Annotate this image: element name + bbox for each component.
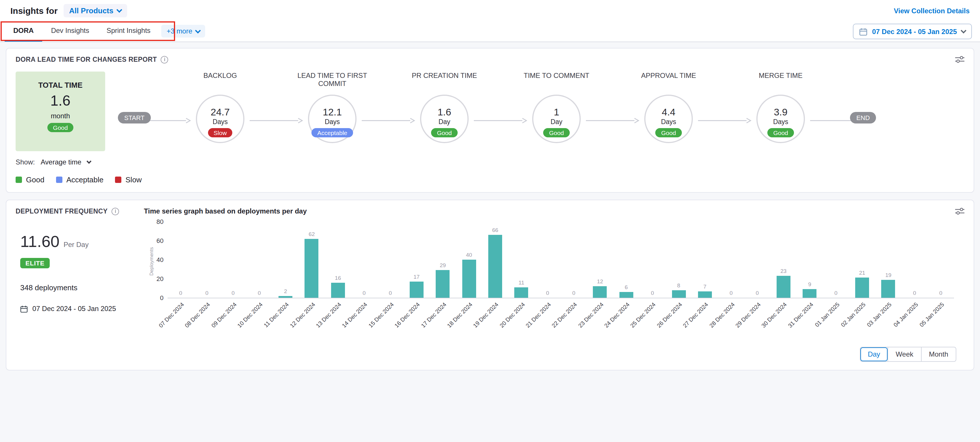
stage-unit: Days (773, 118, 788, 125)
stage-circle: 1DayGood (532, 95, 581, 143)
bar-column: 021 Dec 2024 (535, 222, 561, 298)
legend-swatch (56, 177, 62, 183)
x-axis-label: 29 Dec 2024 (734, 301, 762, 329)
x-axis-label: 24 Dec 2024 (603, 301, 631, 329)
bar-column: 6212 Dec 2024 (299, 222, 325, 298)
granularity-group: DayWeekMonth (860, 347, 956, 362)
stage-circle: 3.9DaysGood (756, 95, 805, 143)
bar-value-label: 0 (913, 290, 916, 296)
stage-unit: Day (439, 118, 450, 125)
calendar-icon (859, 27, 867, 35)
lead-time-card-header: DORA LEAD TIME FOR CHANGES REPORT i (16, 55, 964, 63)
deployment-card-header: DEPLOYMENT FREQUENCY i Time series graph… (16, 207, 964, 215)
stage-value: 1 (554, 107, 559, 118)
granularity-week[interactable]: Week (888, 347, 921, 361)
stage-name: MERGE TIME (743, 71, 819, 95)
bar[interactable] (776, 276, 791, 298)
bar-value-label: 0 (756, 290, 759, 296)
stage-circle: 24.7DaysSlow (196, 95, 244, 143)
lead-time-body: TOTAL TIME 1.6 month Good STARTBACKLOG24… (16, 71, 964, 151)
total-time-value: 1.6 (50, 92, 70, 109)
bar-value-label: 21 (859, 270, 865, 276)
bar[interactable] (515, 287, 528, 298)
more-tabs-button[interactable]: +3 more (162, 25, 205, 38)
bar-column: 2102 Jan 2025 (849, 222, 875, 298)
x-axis-label: 12 Dec 2024 (289, 301, 317, 329)
legend-label: Slow (126, 176, 142, 184)
granularity-month[interactable]: Month (921, 347, 956, 361)
bar[interactable] (305, 239, 319, 298)
bar-column: 931 Dec 2024 (797, 222, 823, 298)
x-axis-label: 14 Dec 2024 (341, 301, 369, 329)
bar-value-label: 40 (466, 252, 472, 258)
x-axis-label: 13 Dec 2024 (315, 301, 342, 329)
stage-name: TIME TO COMMENT (518, 71, 595, 95)
show-selector[interactable]: Show: Average time (16, 158, 964, 166)
bar[interactable] (855, 278, 869, 298)
page-content: DORA LEAD TIME FOR CHANGES REPORT i TOTA… (0, 42, 980, 371)
chart-settings-icon[interactable] (955, 207, 964, 215)
bar[interactable] (698, 291, 712, 298)
bar[interactable] (593, 286, 607, 298)
date-range-picker[interactable]: 07 Dec 2024 - 05 Jan 2025 (853, 24, 972, 39)
info-icon[interactable]: i (112, 208, 119, 215)
bar-column: 028 Dec 2024 (718, 222, 744, 298)
x-axis-label: 30 Dec 2024 (760, 301, 788, 329)
deployment-rate-unit: Per Day (64, 241, 89, 249)
tab-dev-insights[interactable]: Dev Insights (43, 21, 98, 41)
x-axis-label: 26 Dec 2024 (655, 301, 683, 329)
bar-column: 010 Dec 2024 (246, 222, 272, 298)
view-collection-details-link[interactable]: View Collection Details (894, 6, 970, 15)
bar-value-label: 9 (808, 281, 811, 287)
bar-value-label: 8 (677, 282, 680, 288)
bar-value-label: 0 (205, 290, 208, 296)
stage-backlog: BACKLOG24.7DaysSlow (177, 71, 263, 143)
stage-name: APPROVAL TIME (630, 71, 707, 95)
bar-value-label: 0 (651, 290, 654, 296)
bar-column: 826 Dec 2024 (666, 222, 692, 298)
x-axis-label: 16 Dec 2024 (393, 301, 421, 329)
bar[interactable] (436, 270, 450, 298)
bar[interactable] (331, 282, 345, 298)
info-icon[interactable]: i (161, 56, 169, 63)
bar-column: 025 Dec 2024 (640, 222, 666, 298)
bar-column: 1223 Dec 2024 (587, 222, 613, 298)
bar-column: 029 Dec 2024 (744, 222, 770, 298)
bar[interactable] (672, 290, 686, 298)
granularity-day[interactable]: Day (861, 347, 888, 361)
product-selector[interactable]: All Products (63, 4, 127, 17)
deployment-body: 11.60 Per Day ELITE 348 deployments 07 D… (16, 216, 964, 345)
app-root: Insights for All Products View Collectio… (0, 0, 980, 442)
bar-value-label: 16 (335, 274, 341, 281)
legend-item-acceptable: Acceptable (56, 176, 104, 184)
stage-value: 1.6 (438, 107, 451, 118)
bar[interactable] (803, 289, 817, 298)
bar-column: 1716 Dec 2024 (403, 222, 430, 298)
bar[interactable] (278, 296, 293, 298)
total-rating-badge: Good (47, 123, 73, 132)
bar[interactable] (619, 292, 633, 298)
x-axis-label: 10 Dec 2024 (236, 301, 264, 329)
bar-column: 015 Dec 2024 (377, 222, 404, 298)
tab-sprint-insights[interactable]: Sprint Insights (98, 21, 159, 41)
y-axis-tick: 60 (148, 237, 164, 244)
tab-dora[interactable]: DORA (5, 21, 43, 41)
x-axis-label: 11 Dec 2024 (262, 301, 290, 329)
product-selector-value: All Products (69, 6, 113, 15)
chart-settings-icon[interactable] (955, 55, 964, 63)
rating-badge: Good (767, 128, 794, 137)
bar-column: 008 Dec 2024 (194, 222, 220, 298)
bar[interactable] (488, 235, 502, 298)
deployments-chart: Deployments 020406080007 Dec 2024008 Dec… (140, 216, 964, 345)
bar-value-label: 2 (284, 288, 287, 294)
bar-value-label: 62 (309, 231, 315, 237)
stage-name: PR CREATION TIME (406, 71, 482, 95)
x-axis-label: 02 Jan 2025 (840, 301, 867, 328)
stage-unit: Days (661, 118, 676, 125)
bar[interactable] (410, 282, 423, 298)
bar-value-label: 0 (231, 290, 235, 296)
bar[interactable] (881, 280, 895, 298)
bar[interactable] (462, 260, 476, 298)
bar-value-label: 0 (834, 290, 838, 296)
lead-time-card: DORA LEAD TIME FOR CHANGES REPORT i TOTA… (6, 48, 974, 193)
